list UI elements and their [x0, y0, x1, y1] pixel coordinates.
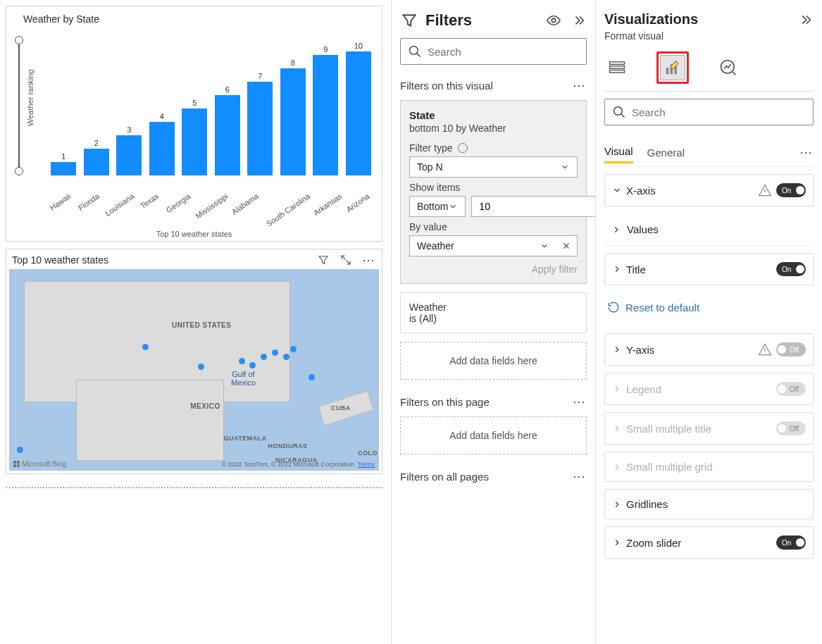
bar[interactable]: 7 — [245, 42, 275, 175]
title-row[interactable]: Title On — [604, 253, 814, 285]
title-toggle[interactable]: On — [776, 262, 806, 276]
map-point[interactable] — [17, 447, 23, 453]
map-body[interactable]: UNITED STATES MEXICO CUBA GUATEMALA HOND… — [9, 269, 379, 471]
map-point[interactable] — [283, 354, 289, 360]
add-data-fields-drop[interactable]: Add data fields here — [400, 342, 587, 380]
bar[interactable]: 6 — [213, 42, 243, 175]
bar-label: 4 — [160, 112, 164, 120]
selection-handle-line — [18, 44, 20, 167]
terms-link[interactable]: Terms — [358, 461, 375, 468]
chevron-right-icon — [612, 538, 622, 547]
filters-pane: Filters Filters on this visual ⋯ State b… — [391, 0, 595, 644]
collapse-icon[interactable] — [798, 12, 814, 27]
info-icon[interactable] — [458, 143, 468, 153]
xaxis-toggle[interactable]: On — [776, 183, 806, 197]
format-visual-icon[interactable] — [660, 55, 685, 80]
focus-mode-icon[interactable] — [340, 254, 352, 266]
more-options-icon[interactable]: ⋯ — [573, 469, 587, 484]
bar[interactable]: 2 — [82, 42, 112, 175]
zoom-slider-row[interactable]: Zoom slider On — [604, 526, 814, 559]
selection-handle-bottom[interactable] — [15, 167, 23, 175]
tab-general[interactable]: General — [647, 142, 685, 163]
state-filter-card[interactable]: State bottom 10 by Weather Filter type T… — [400, 100, 587, 284]
reset-to-default[interactable]: Reset to default — [604, 292, 814, 326]
bar-label: 9 — [323, 45, 328, 54]
x-tick: Hawaii — [49, 192, 73, 212]
zoom-toggle[interactable]: On — [776, 535, 806, 550]
more-options-icon[interactable]: ⋯ — [573, 394, 587, 409]
section-visual-header: Filters on this visual — [400, 80, 493, 92]
selection-handle-top[interactable] — [15, 36, 23, 44]
collapse-icon[interactable] — [571, 13, 587, 28]
bar[interactable]: 1 — [49, 42, 79, 175]
warning-icon — [758, 342, 772, 357]
chevron-right-icon — [612, 345, 622, 354]
values-row[interactable]: Values — [604, 213, 814, 246]
bar-label: 5 — [192, 99, 197, 107]
xaxis-row[interactable]: X-axis On — [604, 174, 814, 206]
map-point[interactable] — [309, 374, 315, 380]
section-all-header: Filters on all pages — [400, 471, 489, 483]
filter-icon[interactable] — [317, 254, 330, 266]
search-icon — [408, 44, 422, 58]
bar-label: 6 — [225, 85, 230, 94]
bar[interactable]: 10 — [344, 42, 374, 175]
small-multiple-grid-row: Small multiple grid — [604, 452, 814, 482]
clear-icon[interactable] — [555, 237, 577, 255]
bar-label: 3 — [127, 125, 131, 134]
label-gulf: Gulf of Mexico — [231, 370, 256, 387]
map-point[interactable] — [142, 344, 149, 350]
by-value-field[interactable]: Weather — [409, 235, 578, 256]
map-point[interactable] — [290, 346, 297, 352]
x-tick: Mississippi — [194, 192, 229, 220]
bar-chart-visual[interactable]: Weather by State Weather ranking 1234567… — [6, 6, 382, 242]
x-tick: Louisiana — [104, 192, 136, 218]
filters-header: Filters — [425, 11, 539, 30]
more-options-icon[interactable]: ⋯ — [362, 252, 376, 268]
bar[interactable]: 5 — [180, 42, 210, 175]
bar[interactable]: 3 — [114, 42, 144, 175]
yaxis-toggle[interactable]: Off — [776, 342, 806, 357]
chevron-down-icon[interactable] — [533, 237, 555, 255]
bar[interactable]: 9 — [311, 42, 341, 175]
more-options-icon[interactable]: ⋯ — [799, 144, 814, 160]
yaxis-row[interactable]: Y-axis Off — [604, 333, 814, 366]
filters-search[interactable] — [400, 38, 587, 65]
visualizations-header: Visualizations — [604, 11, 698, 27]
bar-label: 2 — [94, 139, 99, 147]
bar-label: 1 — [61, 152, 66, 161]
chevron-down-icon — [560, 162, 570, 172]
x-tick: Alabama — [230, 192, 260, 216]
label-guatemala: GUATEMALA — [224, 435, 267, 442]
gridlines-row[interactable]: Gridlines — [604, 489, 814, 519]
apply-filter-button[interactable]: Apply filter — [409, 264, 578, 275]
map-attribution: © 2022 TomTom, © 2022 Microsoft Corporat… — [221, 461, 375, 468]
bar[interactable]: 8 — [278, 42, 309, 175]
small-multiple-title-row: Small multiple title Off — [604, 412, 814, 445]
filters-search-input[interactable] — [428, 46, 579, 58]
filter-field-name: State — [409, 109, 578, 121]
format-search[interactable] — [604, 99, 814, 125]
map-visual[interactable]: Top 10 weather states ⋯ UNITED STATES ME… — [6, 249, 382, 474]
filter-type-select[interactable]: Top N — [409, 156, 578, 178]
show-items-count-input[interactable] — [471, 196, 595, 217]
chevron-right-icon — [611, 225, 621, 235]
tab-visual[interactable]: Visual — [604, 141, 633, 163]
more-options-icon[interactable]: ⋯ — [573, 78, 587, 93]
x-tick: Florida — [76, 192, 100, 212]
svg-point-0 — [552, 18, 556, 23]
chart-title: Weather by State — [23, 13, 375, 25]
bar[interactable]: 4 — [147, 42, 178, 175]
format-search-input[interactable] — [632, 106, 806, 118]
build-visual-icon[interactable] — [604, 55, 630, 80]
filter-summary: is (All) — [409, 313, 578, 324]
analytics-icon[interactable] — [716, 55, 741, 80]
add-data-fields-drop[interactable]: Add data fields here — [400, 416, 587, 454]
chevron-right-icon — [612, 423, 622, 433]
weather-filter-card[interactable]: Weather is (All) — [400, 292, 587, 333]
map-point[interactable] — [249, 362, 256, 369]
svg-rect-5 — [666, 68, 669, 74]
show-items-direction-select[interactable]: Bottom — [409, 196, 466, 217]
map-point[interactable] — [239, 358, 245, 364]
eye-icon[interactable] — [546, 13, 561, 28]
